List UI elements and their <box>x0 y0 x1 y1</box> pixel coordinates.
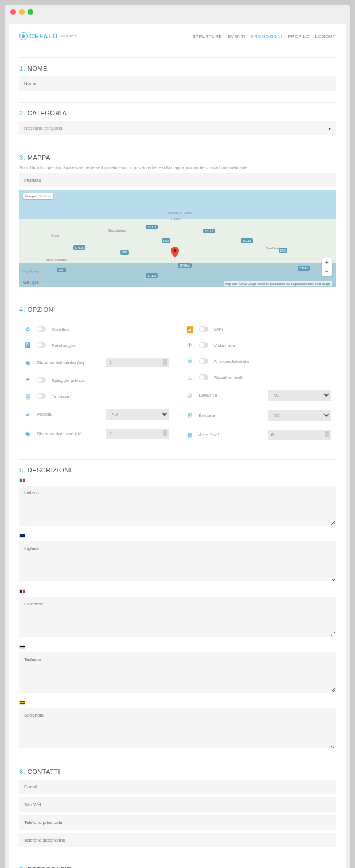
map-road: E90 <box>57 268 66 272</box>
map-pin-icon[interactable] <box>171 247 179 260</box>
pin-icon: ◉ <box>24 431 31 437</box>
logo[interactable]: ₿ CEFALÙ WEBSITE <box>19 32 77 40</box>
leaf-icon: ✿ <box>24 326 31 333</box>
lavatrice-select[interactable]: NO <box>268 390 331 401</box>
parking-icon: 🅿 <box>24 342 31 349</box>
vistamare-toggle[interactable] <box>199 342 208 348</box>
terrazza-toggle[interactable] <box>37 393 46 399</box>
distcentro-input[interactable] <box>106 358 169 367</box>
map-label-capo: Capo <box>51 234 59 237</box>
map-label-pianevecchie: Piane Vecchie <box>45 258 67 261</box>
desc-es <box>19 701 336 749</box>
section-title: 5. DESCRIZIONI <box>19 467 336 474</box>
map-type-control[interactable]: Mappa Satellite <box>23 193 53 199</box>
section-descrizioni: 5. DESCRIZIONI <box>19 459 336 749</box>
parcheggio-toggle[interactable] <box>37 342 46 348</box>
area-input[interactable] <box>268 430 331 440</box>
pin-icon: ◉ <box>24 359 31 366</box>
logo-text: CEFALÙ <box>29 33 58 40</box>
spiaggia-toggle[interactable] <box>37 377 46 383</box>
terrace-icon: ▤ <box>24 393 31 400</box>
desc-en-input[interactable] <box>19 541 336 581</box>
riscaldamenti-toggle[interactable] <box>199 374 208 380</box>
desc-de <box>19 645 336 694</box>
maximize-icon[interactable] <box>28 9 33 15</box>
map-road: SS113 <box>241 238 253 243</box>
map-road: E90 <box>279 248 287 253</box>
piscina-select[interactable]: NO <box>106 409 169 420</box>
zoom-out-button[interactable]: − <box>322 267 332 276</box>
heat-icon: ♨ <box>186 374 193 381</box>
opt-giardino: ✿Giardino <box>24 321 169 337</box>
nav-eventi[interactable]: EVENTI <box>228 34 245 39</box>
categoria-select[interactable]: Nessuna categoria <box>19 121 336 135</box>
section-title: 3. MAPPA <box>19 154 336 161</box>
map-road: SS113 <box>298 266 310 271</box>
desc-fr <box>19 589 336 638</box>
giardino-toggle[interactable] <box>37 326 46 332</box>
nome-input[interactable] <box>19 76 336 91</box>
opt-piscina: ≋PiscinaNO <box>24 404 169 424</box>
section-mappa: 3. MAPPA Scrivi l'indirizzo preciso. Suc… <box>19 147 336 287</box>
map-road: E90 <box>120 250 129 255</box>
aria-toggle[interactable] <box>199 358 208 364</box>
desc-es-input[interactable] <box>19 708 336 748</box>
opt-spiaggia: ☂Spiaggia privata <box>24 372 169 388</box>
nav-logout[interactable]: LOGOUT <box>315 34 336 39</box>
wifi-toggle[interactable] <box>199 326 208 332</box>
map-label-mazzaforno: Mazzaforno <box>108 229 126 232</box>
opt-area: ▦Area (mq) <box>186 425 331 444</box>
balcony-icon: ⊞ <box>186 412 193 419</box>
pool-icon: ≋ <box>24 411 31 417</box>
snowflake-icon: ❄ <box>186 358 193 365</box>
map-zoom: + − <box>322 258 332 276</box>
map-road: SP54bis <box>178 263 192 268</box>
nav-promozioni[interactable]: PROMOZIONI <box>251 34 283 39</box>
app-content: ₿ CEFALÙ WEBSITE STRUTTURE EVENTI PROMOZ… <box>9 24 346 868</box>
opt-terrazza: ▤Terrazza <box>24 388 169 404</box>
section-opzioni: 4. OPZIONI ✿Giardino 🅿Parcheggio ◉Distan… <box>19 299 336 448</box>
map-road: SP136 <box>73 245 85 250</box>
desc-it-input[interactable] <box>19 486 336 526</box>
mappa-hint: Scrivi l'indirizzo preciso. Successivame… <box>19 166 336 170</box>
opt-riscaldamenti: ♨Riscaldamenti <box>186 369 331 385</box>
section-title: 2. CATEGORIA <box>19 110 336 116</box>
map[interactable]: Mappa Satellite Chiesa di Cefalù Cefalu'… <box>19 190 336 287</box>
map-road: SS113 <box>146 225 158 229</box>
minimize-icon[interactable] <box>19 9 25 15</box>
wifi-icon: 📶 <box>186 326 193 333</box>
desc-fr-input[interactable] <box>19 597 336 637</box>
flag-en-icon <box>19 534 25 538</box>
opt-aria: ❄Aria condizionata <box>186 353 331 369</box>
zoom-in-button[interactable]: + <box>322 258 332 267</box>
umbrella-icon: ☂ <box>24 377 31 384</box>
map-attribution: Map data ©2016 Google Termini e condizio… <box>224 281 332 286</box>
svg-point-0 <box>174 249 177 252</box>
map-label-chiesa: Chiesa di Cefalù <box>168 211 193 214</box>
tel2-input[interactable] <box>19 833 336 847</box>
indirizzo-input[interactable] <box>19 173 336 187</box>
window: ₿ CEFALÙ WEBSITE STRUTTURE EVENTI PROMOZ… <box>5 5 350 868</box>
titlebar <box>5 5 350 19</box>
section-contatti: 6. CONTATTI <box>19 761 336 847</box>
tel1-input[interactable] <box>19 815 336 830</box>
desc-it <box>19 478 336 527</box>
close-icon[interactable] <box>10 9 16 15</box>
opt-vistamare: 👁Vista mare <box>186 337 331 353</box>
section-fotografie: 7. FOTOGRAFIE Scegli file nessun file se… <box>19 859 336 868</box>
desc-de-input[interactable] <box>19 652 336 693</box>
flag-fr-icon <box>19 589 25 593</box>
map-label-cefalu: Cefalu' <box>171 217 182 221</box>
balcone-select[interactable]: NO <box>268 410 331 421</box>
opt-lavatrice: ◎LavatriceNO <box>186 385 331 405</box>
distmare-input[interactable] <box>106 429 169 439</box>
section-title: 6. CONTATTI <box>19 768 336 775</box>
nav-profilo[interactable]: PROFILO <box>288 34 309 39</box>
flag-it-icon <box>19 478 25 482</box>
eye-icon: 👁 <box>186 342 193 349</box>
map-road: SS113 <box>203 229 215 233</box>
nav-strutture[interactable]: STRUTTURE <box>193 34 222 39</box>
sito-input[interactable] <box>19 797 336 812</box>
desc-en <box>19 534 336 582</box>
email-input[interactable] <box>19 780 336 794</box>
